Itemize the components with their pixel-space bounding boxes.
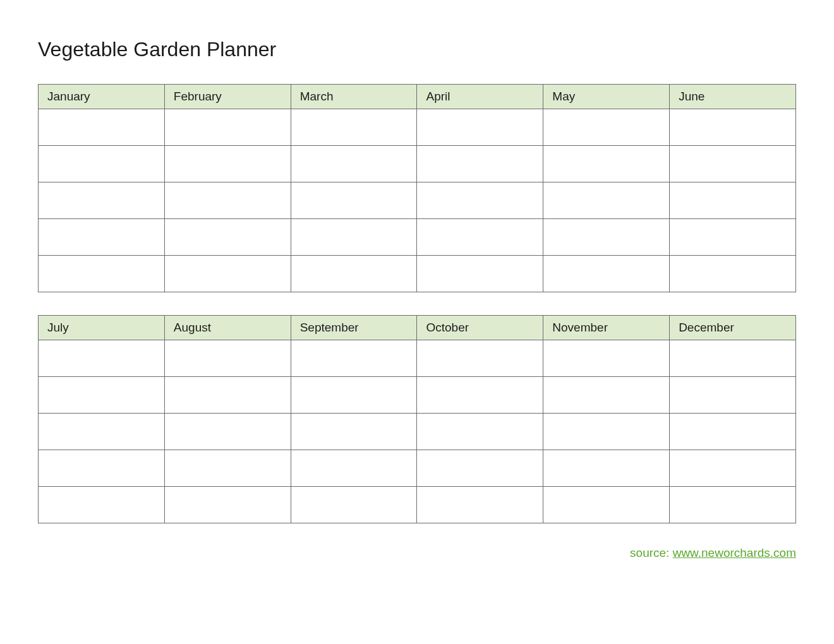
planner-cell[interactable]: [39, 450, 165, 487]
planner-cell[interactable]: [670, 414, 796, 450]
planner-cell[interactable]: [543, 487, 670, 523]
table-row: [39, 219, 796, 256]
table-row: [39, 146, 796, 182]
planner-cell[interactable]: [670, 109, 796, 146]
planner-cell[interactable]: [164, 450, 291, 487]
planner-cell[interactable]: [291, 340, 417, 377]
planner-cell[interactable]: [39, 109, 165, 146]
planner-cell[interactable]: [291, 182, 417, 219]
planner-cell[interactable]: [543, 219, 670, 256]
table-row: [39, 487, 796, 523]
table-header-row: July August September October November D…: [39, 316, 796, 340]
table-row: [39, 340, 796, 377]
planner-cell[interactable]: [39, 146, 165, 182]
table-row: [39, 109, 796, 146]
planner-cell[interactable]: [291, 256, 417, 292]
month-header-october: October: [417, 316, 543, 340]
planner-cell[interactable]: [417, 340, 543, 377]
planner-cell[interactable]: [417, 414, 543, 450]
planner-cell[interactable]: [543, 377, 670, 414]
table-row: [39, 256, 796, 292]
planner-cell[interactable]: [291, 377, 417, 414]
planner-cell[interactable]: [670, 340, 796, 377]
month-header-december: December: [670, 316, 796, 340]
planner-cell[interactable]: [291, 487, 417, 523]
planner-cell[interactable]: [670, 450, 796, 487]
planner-cell[interactable]: [543, 256, 670, 292]
planner-cell[interactable]: [291, 109, 417, 146]
planner-cell[interactable]: [164, 340, 291, 377]
page-title: Vegetable Garden Planner: [38, 38, 796, 61]
month-header-june: June: [670, 85, 796, 109]
month-header-february: February: [164, 85, 291, 109]
month-header-march: March: [291, 85, 417, 109]
planner-cell[interactable]: [291, 219, 417, 256]
planner-cell[interactable]: [164, 109, 291, 146]
planner-cell[interactable]: [670, 219, 796, 256]
planner-cell[interactable]: [417, 256, 543, 292]
planner-cell[interactable]: [291, 450, 417, 487]
planner-cell[interactable]: [670, 182, 796, 219]
month-header-january: January: [39, 85, 165, 109]
planner-cell[interactable]: [39, 219, 165, 256]
footer: source: www.neworchards.com: [38, 546, 796, 560]
planner-table-second-half: July August September October November D…: [38, 315, 796, 523]
footer-link[interactable]: www.neworchards.com: [673, 546, 796, 559]
footer-label: source:: [630, 546, 673, 559]
planner-cell[interactable]: [164, 182, 291, 219]
planner-cell[interactable]: [417, 219, 543, 256]
planner-cell[interactable]: [543, 146, 670, 182]
planner-cell[interactable]: [543, 340, 670, 377]
planner-cell[interactable]: [39, 182, 165, 219]
month-header-august: August: [164, 316, 291, 340]
planner-cell[interactable]: [39, 256, 165, 292]
table-row: [39, 377, 796, 414]
planner-cell[interactable]: [670, 377, 796, 414]
planner-cell[interactable]: [543, 109, 670, 146]
planner-cell[interactable]: [164, 487, 291, 523]
planner-cell[interactable]: [417, 377, 543, 414]
planner-cell[interactable]: [543, 182, 670, 219]
planner-cell[interactable]: [417, 450, 543, 487]
table-row: [39, 414, 796, 450]
planner-cell[interactable]: [39, 340, 165, 377]
planner-cell[interactable]: [417, 487, 543, 523]
planner-cell[interactable]: [164, 377, 291, 414]
planner-cell[interactable]: [417, 109, 543, 146]
month-header-july: July: [39, 316, 165, 340]
month-header-november: November: [543, 316, 670, 340]
planner-cell[interactable]: [164, 256, 291, 292]
month-header-september: September: [291, 316, 417, 340]
planner-cell[interactable]: [417, 146, 543, 182]
planner-cell[interactable]: [164, 414, 291, 450]
planner-cell[interactable]: [543, 414, 670, 450]
month-header-april: April: [417, 85, 543, 109]
planner-cell[interactable]: [291, 146, 417, 182]
planner-cell[interactable]: [164, 146, 291, 182]
planner-cell[interactable]: [670, 487, 796, 523]
planner-cell[interactable]: [543, 450, 670, 487]
month-header-may: May: [543, 85, 670, 109]
planner-cell[interactable]: [670, 146, 796, 182]
planner-cell[interactable]: [291, 414, 417, 450]
planner-cell[interactable]: [39, 414, 165, 450]
planner-cell[interactable]: [39, 487, 165, 523]
planner-cell[interactable]: [417, 182, 543, 219]
planner-table-first-half: January February March April May June: [38, 84, 796, 292]
planner-cell[interactable]: [670, 256, 796, 292]
table-row: [39, 182, 796, 219]
table-header-row: January February March April May June: [39, 85, 796, 109]
planner-cell[interactable]: [39, 377, 165, 414]
table-row: [39, 450, 796, 487]
planner-cell[interactable]: [164, 219, 291, 256]
